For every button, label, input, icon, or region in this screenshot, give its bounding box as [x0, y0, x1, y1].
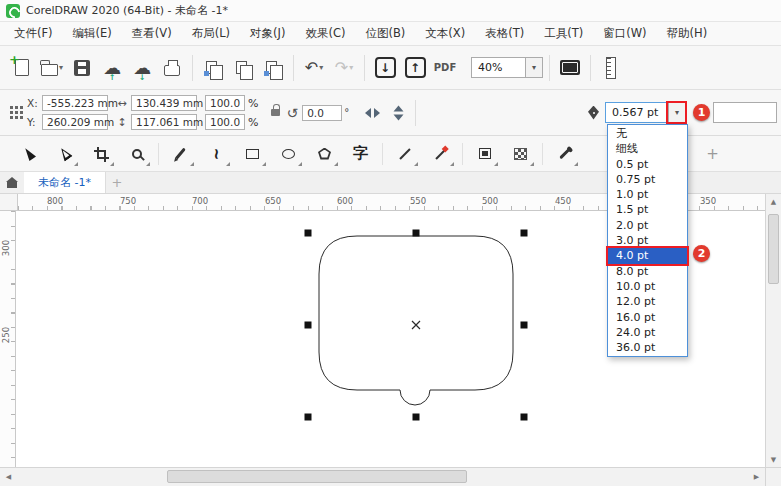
scale-y-field[interactable]: 100.0	[205, 114, 245, 130]
undo-button[interactable]: ↶▾	[300, 51, 328, 85]
menu-layout[interactable]: 布局(L)	[182, 22, 240, 45]
selection-handle[interactable]	[521, 322, 528, 329]
flip-vertical-button[interactable]	[385, 101, 411, 125]
dropdown-item[interactable]: 12.0 pt	[608, 294, 687, 309]
eyedropper-tool[interactable]	[548, 139, 581, 169]
menu-bitmaps[interactable]: 位图(B)	[355, 22, 415, 45]
menu-tools[interactable]: 工具(T)	[534, 22, 593, 45]
dropdown-item-none[interactable]: 无	[608, 126, 687, 141]
object-width-field[interactable]: 130.439 mm	[131, 95, 197, 111]
menu-object[interactable]: 对象(J)	[240, 22, 295, 45]
paste-button[interactable]	[259, 51, 287, 85]
dropdown-item[interactable]: 0.75 pt	[608, 172, 687, 187]
save-to-cloud-button[interactable]: ☁↑	[98, 51, 126, 85]
rectangle-tool[interactable]	[236, 139, 269, 169]
outline-width-combo[interactable]: 0.567 pt ▾	[605, 102, 686, 123]
scale-x-field[interactable]: 100.0	[205, 95, 245, 111]
horizontal-scrollbar[interactable]: ◀ ▶	[0, 467, 765, 486]
scroll-up-button[interactable]: ▲	[766, 194, 781, 209]
menu-view[interactable]: 查看(V)	[122, 22, 182, 45]
dropdown-item[interactable]: 8.0 pt	[608, 264, 687, 279]
ruler-origin-corner[interactable]	[0, 194, 18, 211]
text-tool[interactable]: 字	[344, 139, 377, 169]
menu-file[interactable]: 文件(F)	[4, 22, 63, 45]
interactive-fill-tool[interactable]	[468, 139, 501, 169]
menu-edit[interactable]: 编辑(E)	[63, 22, 122, 45]
redo-dropdown-icon[interactable]: ▾	[349, 63, 353, 72]
menu-effects[interactable]: 效果(C)	[295, 22, 355, 45]
outline-width-dropdown-icon[interactable]: ▾	[668, 103, 685, 122]
vertical-scrollbar[interactable]: ▲ ▼	[765, 194, 781, 467]
rotation-angle-field[interactable]: 0.0	[302, 105, 342, 121]
dropdown-item[interactable]: 16.0 pt	[608, 310, 687, 325]
polygon-tool[interactable]	[308, 139, 341, 169]
outline-width-value[interactable]: 0.567 pt	[606, 103, 668, 122]
zoom-tool[interactable]	[120, 139, 153, 169]
open-button[interactable]: ▾	[38, 51, 66, 85]
import-button[interactable]: ↓	[371, 51, 399, 85]
save-button[interactable]	[68, 51, 96, 85]
bezier-tool[interactable]	[424, 139, 457, 169]
pick-tool[interactable]	[12, 139, 45, 169]
zoom-dropdown-icon[interactable]: ▾	[525, 58, 542, 77]
vertical-scroll-thumb[interactable]	[768, 214, 779, 284]
flip-horizontal-button[interactable]	[359, 101, 385, 125]
outline-style-field[interactable]	[713, 102, 777, 123]
crop-tool[interactable]	[84, 139, 117, 169]
new-document-tab-button[interactable]: +	[106, 172, 128, 193]
line-tool[interactable]	[388, 139, 421, 169]
dropdown-item[interactable]: 2.0 pt	[608, 218, 687, 233]
menu-table[interactable]: 表格(T)	[475, 22, 534, 45]
copy-button[interactable]	[229, 51, 257, 85]
dropdown-item[interactable]: 1.5 pt	[608, 202, 687, 217]
mesh-fill-tool[interactable]	[504, 139, 537, 169]
lock-ratio-icon[interactable]	[271, 109, 280, 116]
zoom-level-combo[interactable]: 40% ▾	[471, 57, 543, 78]
show-rulers-button[interactable]	[597, 51, 625, 85]
undo-dropdown-icon[interactable]: ▾	[319, 63, 323, 72]
dropdown-item[interactable]: 3.0 pt	[608, 233, 687, 248]
document-tab-active[interactable]: 未命名 -1*	[24, 172, 106, 193]
dropdown-item[interactable]: 1.0 pt	[608, 187, 687, 202]
shape-tool[interactable]	[48, 139, 81, 169]
dropdown-item-hairline[interactable]: 细线	[608, 141, 687, 156]
menu-text[interactable]: 文本(X)	[415, 22, 475, 45]
vertical-ruler[interactable]: 300 250	[0, 211, 16, 467]
customize-toolbox-button[interactable]: +	[696, 139, 729, 169]
cut-button[interactable]	[199, 51, 227, 85]
open-dropdown-icon[interactable]: ▾	[59, 63, 63, 72]
menu-window[interactable]: 窗口(W)	[593, 22, 656, 45]
export-button[interactable]: ↑	[401, 51, 429, 85]
horizontal-scroll-thumb[interactable]	[167, 470, 467, 483]
selection-center-mark[interactable]	[412, 321, 420, 329]
selection-handle[interactable]	[413, 414, 420, 421]
freehand-tool[interactable]	[164, 139, 197, 169]
scroll-down-button[interactable]: ▼	[766, 452, 781, 467]
selection-handle[interactable]	[521, 230, 528, 237]
welcome-screen-button[interactable]	[0, 172, 24, 193]
y-position-field[interactable]: 260.209 mm	[42, 114, 108, 130]
selection-handle[interactable]	[305, 322, 312, 329]
fullscreen-preview-button[interactable]	[556, 51, 584, 85]
dropdown-item-selected[interactable]: 4.0 pt	[608, 248, 687, 263]
print-button[interactable]	[158, 51, 186, 85]
scroll-left-button[interactable]: ◀	[0, 468, 17, 486]
new-document-button[interactable]	[8, 51, 36, 85]
selection-handle[interactable]	[521, 414, 528, 421]
selected-shape[interactable]	[319, 236, 513, 405]
scroll-right-button[interactable]: ▶	[748, 468, 765, 486]
menu-help[interactable]: 帮助(H)	[657, 22, 718, 45]
redo-button[interactable]: ↷▾	[330, 51, 358, 85]
horizontal-scroll-track[interactable]	[17, 468, 748, 486]
object-height-field[interactable]: 117.061 mm	[131, 114, 197, 130]
dropdown-item[interactable]: 10.0 pt	[608, 279, 687, 294]
dropdown-item[interactable]: 24.0 pt	[608, 325, 687, 340]
x-position-field[interactable]: -555.223 mm	[42, 95, 108, 111]
selection-handle[interactable]	[305, 230, 312, 237]
curve-tool[interactable]: ~	[200, 139, 233, 169]
open-from-cloud-button[interactable]: ☁↓	[128, 51, 156, 85]
ellipse-tool[interactable]	[272, 139, 305, 169]
selection-handle[interactable]	[305, 414, 312, 421]
selection-handle[interactable]	[413, 230, 420, 237]
publish-to-pdf-button[interactable]: PDF	[431, 51, 459, 85]
